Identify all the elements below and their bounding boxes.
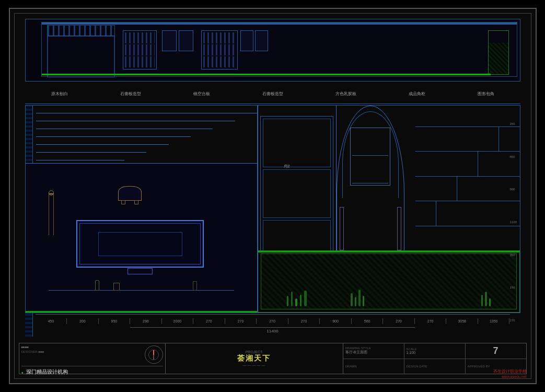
watermark-area: 齐生设计职业学校 www.qsedu.net [493,365,527,378]
title-cell-drawing-style: DRAWING STYLE 客厅-B立面图 [343,343,404,359]
dim-5: 2000 [162,318,194,324]
dim-8: 270 [257,318,288,324]
right-dimensions: 200 850 600 1100 350 150 270 [510,108,526,337]
rdim-3: 600 [510,188,515,191]
dim-10: 900 [320,318,352,324]
dim-15: 1350 [478,318,510,324]
material-label-2: 石膏板造型 [120,91,141,97]
scale-value: 1:100 [407,351,463,354]
vegetation-detail [261,253,516,309]
rdim-4: 1100 [510,221,517,224]
school-name: 齐生设计职业学校 [493,369,527,374]
outer-frame: 原木刨白 石膏板造型 镜空台板 石膏板造型 方色乳胶板 成品角柜 图形包角 [9,8,537,384]
top-section-drawing [25,19,520,82]
title-center: PROJECT 荟湘天下 — — — — — [166,343,343,374]
dim-1: 450 [36,318,67,324]
total-dimension: 11400 [130,327,415,333]
material-label-7: 图形包角 [478,91,494,97]
compass [145,345,163,364]
drawing-style-value: 客厅-B立面图 [345,350,402,355]
center-divider [258,106,258,313]
main-drawing-section: Rit 450 200 950 290 2000 270 270 270 270… [25,105,520,337]
top-section-inner [41,22,517,77]
tv-frame [76,220,204,268]
dim-11: 560 [352,318,384,324]
stair-steps-left [36,106,258,163]
title-right-row-1: DRAWING STYLE 客厅-B立面图 SCALE 1:100 7 [343,343,526,359]
company-label-top: ■■■■ [21,345,141,349]
rdim-1: 200 [510,122,515,125]
company-name: 深门精品设计机构 [26,368,68,376]
company-name-row: ● 深门精品设计机构 [21,368,163,376]
material-label-1: 原木刨白 [51,91,68,97]
title-cell-design-date: DESIGN DATE [404,359,466,374]
dim-3: 950 [99,318,131,324]
compass-arrow [153,350,154,360]
right-panel-arch: Rit [258,106,519,313]
inner-frame: 原木刨白 石膏板造型 镜空台板 石膏板造型 方色乳胶板 成品角柜 图形包角 [14,13,531,379]
drawn-label: DRAWN [345,365,402,368]
rdim-5: 350 [510,253,515,257]
dim-6: 270 [193,318,225,324]
total-dimension-row: 11400 [36,326,510,334]
dim-13: 270 [415,318,447,324]
website: www.qsedu.net [493,375,527,378]
dim-12: 270 [383,318,415,324]
dim-2: 200 [67,318,99,324]
labels-row: 原木刨白 石膏板造型 镜空台板 石膏板造型 方色乳胶板 成品角柜 图形包角 [25,86,520,101]
wall-skull-decoration [118,186,142,201]
title-cell-scale: SCALE 1:100 [404,343,466,359]
material-label-6: 成品角柜 [409,91,425,97]
dim-9: 270 [288,318,320,324]
dimensions-row: 450 200 950 290 2000 270 270 270 270 900… [36,314,510,327]
compass-inner [148,350,159,360]
title-cell-page: 7 [466,343,526,359]
dim-14: 3058 [446,318,478,324]
dim-4: 290 [130,318,162,324]
arch-shape [337,106,404,250]
project-label: PROJECT [246,350,263,354]
design-date-label: DESIGN DATE [407,365,463,368]
statue-decoration [49,193,54,235]
title-cell-drawn: DRAWN [343,359,404,374]
dim-7: 270 [225,318,257,324]
company-icon: ● [21,371,24,374]
rdim-7: 270 [510,319,515,322]
project-name: 荟湘天下 [237,354,271,363]
rit-label: Rit [284,164,289,169]
rdim-6: 150 [510,286,515,289]
rdim-2: 850 [510,155,515,158]
floor-vegetation [258,250,519,313]
left-panel-tv-wall [26,106,258,313]
main-border: Rit [25,105,520,313]
material-label-5: 方色乳胶板 [335,91,356,97]
title-left: ■■■■ DESIGNER ■■■ ● 深门精品 [19,343,166,374]
shelf-decorations [49,290,234,298]
project-sub: — — — — — [243,363,265,367]
title-block: ■■■■ DESIGNER ■■■ ● 深门精品 [19,343,527,374]
company-ref: DESIGNER ■■■ [21,350,141,353]
title-left-top: ■■■■ DESIGNER ■■■ [21,345,163,366]
material-label-4: 石膏板造型 [262,91,283,97]
top-border-line [25,103,520,104]
page-number: 7 [493,345,498,356]
material-label-3: 镜空台板 [193,91,210,97]
